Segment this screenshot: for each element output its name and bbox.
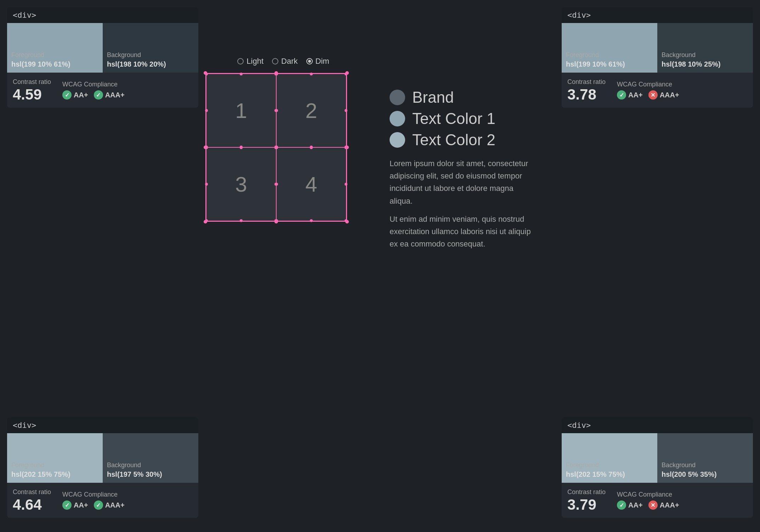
body-text-1: Lorem ipsum dolor sit amet, consectetur … bbox=[390, 157, 538, 207]
right-panel: Brand Text Color 1 Text Color 2 Lorem ip… bbox=[390, 89, 538, 250]
grid-cell-1-label: 1 bbox=[235, 98, 247, 123]
card-top-left: <div> Foreground hsl(199 10% 61%) Backgr… bbox=[7, 7, 198, 108]
card-bottom-right: <div> Foreground hsl(202 15% 75%) Backgr… bbox=[562, 417, 753, 518]
card-tl-aa-text: AA+ bbox=[74, 91, 88, 99]
card-tl-aaa-badge: ✓ AAA+ bbox=[94, 90, 125, 100]
card-tr-aaa-text: AAA+ bbox=[660, 91, 679, 99]
grid-cell-2: 2 bbox=[276, 74, 346, 147]
card-tr-fg-value: hsl(199 10% 61%) bbox=[566, 60, 653, 68]
card-bl-bg-value: hsl(197 5% 30%) bbox=[107, 470, 194, 479]
card-tl-fg-value: hsl(199 10% 61%) bbox=[11, 60, 98, 68]
grid-cell-4-label: 4 bbox=[305, 172, 317, 197]
handle-tr bbox=[345, 71, 349, 75]
handle-ml bbox=[204, 146, 207, 149]
card-tl-wcag-label: WCAG Compliance bbox=[62, 81, 125, 88]
theme-dark-radio[interactable] bbox=[272, 58, 278, 64]
card-bl-fg-label: Foreground bbox=[11, 462, 98, 469]
card-tl-bg-value: hsl(198 10% 20%) bbox=[107, 60, 194, 68]
handle-c1-tm bbox=[240, 73, 243, 75]
card-tl-aa-badge: ✓ AA+ bbox=[62, 90, 88, 100]
card-tr-fg-swatch: Foreground hsl(199 10% 61%) bbox=[562, 23, 657, 73]
card-top-right: <div> Foreground hsl(199 10% 61%) Backgr… bbox=[562, 7, 753, 108]
handle-c3-ml bbox=[205, 183, 208, 186]
handle-c1-ml bbox=[205, 109, 208, 112]
card-tr-bg-swatch: Background hsl(198 10% 25%) bbox=[657, 23, 753, 73]
text2-label: Text Color 2 bbox=[412, 131, 495, 149]
grid-cell-4: 4 bbox=[276, 147, 346, 221]
handle-br bbox=[345, 220, 349, 223]
card-br-bg-swatch: Background hsl(200 5% 35%) bbox=[657, 433, 753, 483]
card-tl-fg-swatch: Foreground hsl(199 10% 61%) bbox=[7, 23, 103, 73]
card-tr-swatches: Foreground hsl(199 10% 61%) Background h… bbox=[562, 23, 753, 73]
card-tl-fg-label: Foreground bbox=[11, 51, 98, 59]
card-bl-stats: Contrast ratio 4.64 WCAG Compliance ✓ AA… bbox=[7, 483, 198, 518]
handle-c3-tm bbox=[240, 146, 243, 149]
grid-cell-3-label: 3 bbox=[235, 172, 247, 197]
card-tr-stats: Contrast ratio 3.78 WCAG Compliance ✓ AA… bbox=[562, 73, 753, 108]
card-tl-aaa-icon: ✓ bbox=[94, 90, 103, 100]
card-tr-aa-icon: ✓ bbox=[617, 90, 626, 100]
legend-text1: Text Color 1 bbox=[390, 110, 538, 128]
card-br-wcag-label: WCAG Compliance bbox=[617, 491, 679, 498]
legend-text2: Text Color 2 bbox=[390, 131, 538, 149]
text1-dot bbox=[390, 111, 405, 126]
handle-tl bbox=[204, 71, 207, 75]
card-tr-contrast-value: 3.78 bbox=[567, 87, 606, 102]
card-bl-wcag-label: WCAG Compliance bbox=[62, 491, 125, 498]
card-br-aaa-text: AAA+ bbox=[660, 501, 679, 509]
handle-c2-mr bbox=[345, 109, 347, 112]
card-bl-swatches: Foreground hsl(202 15% 75%) Background h… bbox=[7, 433, 198, 483]
card-tr-aaa-badge: ✕ AAA+ bbox=[648, 90, 679, 100]
handle-bm bbox=[274, 220, 278, 223]
card-tl-aa-icon: ✓ bbox=[62, 90, 72, 100]
card-br-fg-label: Foreground bbox=[566, 462, 653, 469]
handle-c2-ml bbox=[275, 109, 278, 112]
handle-c4-ml bbox=[275, 183, 278, 186]
card-tr-bg-value: hsl(198 10% 25%) bbox=[662, 60, 749, 68]
handle-c4-bm bbox=[310, 219, 313, 222]
brand-dot bbox=[390, 90, 405, 105]
card-bl-bg-swatch: Background hsl(197 5% 30%) bbox=[103, 433, 198, 483]
body-text-section: Lorem ipsum dolor sit amet, consectetur … bbox=[390, 157, 538, 250]
handle-c3-bm bbox=[240, 219, 243, 222]
text2-dot bbox=[390, 132, 405, 148]
theme-dim-option[interactable]: Dim bbox=[306, 57, 329, 66]
card-tl-stats: Contrast ratio 4.59 WCAG Compliance ✓ AA… bbox=[7, 73, 198, 108]
card-br-stats: Contrast ratio 3.79 WCAG Compliance ✓ AA… bbox=[562, 483, 753, 518]
theme-dark-option[interactable]: Dark bbox=[272, 57, 297, 66]
card-br-aa-badge: ✓ AA+ bbox=[617, 500, 643, 510]
handle-tm bbox=[274, 71, 278, 75]
theme-dim-radio[interactable] bbox=[306, 58, 313, 64]
text1-label: Text Color 1 bbox=[412, 110, 495, 128]
theme-light-option[interactable]: Light bbox=[237, 57, 263, 66]
card-br-swatches: Foreground hsl(202 15% 75%) Background h… bbox=[562, 433, 753, 483]
card-bl-fg-value: hsl(202 15% 75%) bbox=[11, 470, 98, 479]
grid-cell-3: 3 bbox=[206, 147, 276, 221]
card-br-fg-swatch: Foreground hsl(202 15% 75%) bbox=[562, 433, 657, 483]
handle-bl bbox=[204, 220, 207, 223]
handle-c4-tl bbox=[275, 146, 278, 149]
handle-c4-tm bbox=[310, 146, 313, 149]
card-bl-aa-icon: ✓ bbox=[62, 500, 72, 510]
card-bl-aaa-badge: ✓ AAA+ bbox=[94, 500, 125, 510]
handle-c4-mr bbox=[345, 183, 347, 186]
legend-brand: Brand bbox=[390, 89, 538, 106]
card-tr-aaa-icon: ✕ bbox=[648, 90, 658, 100]
card-br-bg-value: hsl(200 5% 35%) bbox=[662, 470, 749, 479]
card-br-fg-value: hsl(202 15% 75%) bbox=[566, 470, 653, 479]
card-bl-aa-badge: ✓ AA+ bbox=[62, 500, 88, 510]
theme-light-label: Light bbox=[246, 57, 263, 66]
card-tr-aa-badge: ✓ AA+ bbox=[617, 90, 643, 100]
card-bottom-left: <div> Foreground hsl(202 15% 75%) Backgr… bbox=[7, 417, 198, 518]
card-tr-bg-label: Background bbox=[662, 51, 749, 59]
grid-container: 1 2 bbox=[205, 73, 347, 222]
card-br-contrast-label: Contrast ratio bbox=[567, 488, 606, 496]
theme-light-radio[interactable] bbox=[237, 58, 244, 64]
theme-dark-label: Dark bbox=[281, 57, 297, 66]
card-bl-aaa-icon: ✓ bbox=[94, 500, 103, 510]
card-bl-bg-label: Background bbox=[107, 462, 194, 469]
card-tr-contrast-label: Contrast ratio bbox=[567, 78, 606, 86]
card-bl-contrast-label: Contrast ratio bbox=[13, 488, 51, 496]
theme-selector: Light Dark Dim bbox=[205, 57, 361, 66]
card-tl-tag: <div> bbox=[7, 7, 198, 23]
